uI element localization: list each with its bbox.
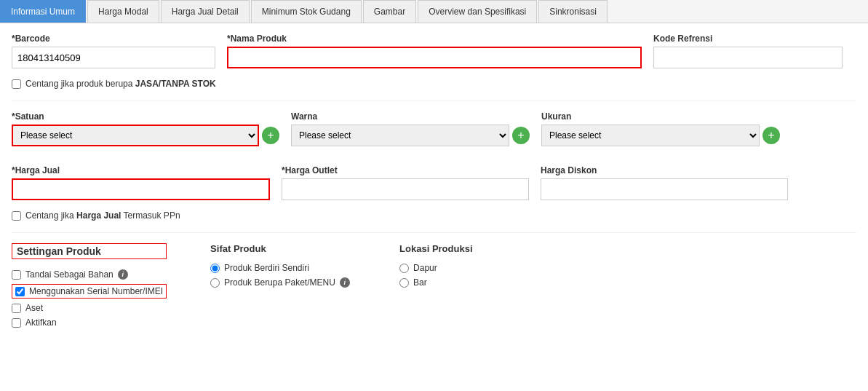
- aset-checkbox[interactable]: [12, 304, 21, 313]
- divider-1: [12, 100, 856, 101]
- dapur-label: Dapur: [413, 263, 437, 273]
- harga-jual-label: *Harga Jual: [12, 165, 270, 175]
- radio-paket-menu: Produk Berupa Paket/MENU i: [210, 277, 356, 288]
- check-aset: Aset: [12, 303, 167, 313]
- tandai-bahan-checkbox[interactable]: [12, 270, 21, 280]
- tab-informasi-umum[interactable]: Informasi Umum: [0, 0, 86, 23]
- tab-bar: Informasi Umum Harga Modal Harga Jual De…: [0, 0, 868, 23]
- jasa-label: Centang jika produk berupa JASA/TANPA ST…: [25, 79, 216, 89]
- bar-label: Bar: [413, 277, 427, 288]
- satuan-select[interactable]: Please select: [12, 125, 259, 146]
- ppn-checkbox[interactable]: [12, 211, 21, 221]
- group-harga-jual: *Harga Jual: [12, 165, 270, 200]
- settingan-produk-col: Settingan Produk Tandai Sebagai Bahan i …: [12, 243, 167, 328]
- ukuran-select[interactable]: Please select: [541, 125, 760, 146]
- check-aktifkan: Aktifkan: [12, 317, 167, 328]
- group-warna: Warna Please select +: [291, 111, 530, 146]
- group-barcode: *Barcode: [12, 33, 215, 68]
- serial-number-label: Menggunakan Serial Number/IMEI: [29, 286, 163, 296]
- bar-radio[interactable]: [399, 278, 409, 288]
- ukuran-label: Ukuran: [541, 111, 780, 122]
- spacer-1: [12, 157, 856, 165]
- nama-produk-label: *Nama Produk: [227, 33, 642, 44]
- group-ukuran: Ukuran Please select +: [541, 111, 780, 146]
- harga-diskon-label: Harga Diskon: [541, 165, 788, 175]
- harga-outlet-input[interactable]: [282, 178, 529, 200]
- group-harga-diskon: Harga Diskon: [541, 165, 788, 200]
- main-content: *Barcode *Nama Produk Kode Refrensi Cent…: [0, 23, 868, 338]
- tab-gambar[interactable]: Gambar: [363, 0, 416, 23]
- aktifkan-label: Aktifkan: [25, 317, 57, 328]
- serial-number-checkbox[interactable]: [15, 287, 25, 296]
- harga-diskon-input[interactable]: [541, 178, 788, 200]
- radio-berdiri-sendiri: Produk Berdiri Sendiri: [210, 263, 356, 273]
- check-tandai-bahan: Tandai Sebagai Bahan i: [12, 269, 167, 280]
- group-kode-refrensi: Kode Refrensi: [653, 33, 843, 68]
- row-ppn-checkbox: Centang jika Harga Jual Termasuk PPn: [12, 210, 856, 221]
- row-harga: *Harga Jual *Harga Outlet Harga Diskon: [12, 165, 856, 200]
- tandai-bahan-label: Tandai Sebagai Bahan: [25, 269, 114, 280]
- tab-sinkronisasi[interactable]: Sinkronisasi: [538, 0, 608, 23]
- row-satuan-warna-ukuran: *Satuan Please select + Warna Please sel…: [12, 111, 856, 146]
- sifat-produk-title: Sifat Produk: [210, 243, 356, 254]
- tab-minimum-stok-gudang[interactable]: Minimum Stok Gudang: [251, 0, 362, 23]
- barcode-label: *Barcode: [12, 33, 215, 44]
- nama-produk-input[interactable]: [227, 47, 642, 68]
- ukuran-select-group: Please select +: [541, 125, 780, 146]
- berdiri-sendiri-radio[interactable]: [210, 264, 220, 273]
- satuan-label: *Satuan: [12, 111, 279, 122]
- tab-harga-modal[interactable]: Harga Modal: [87, 0, 159, 23]
- paket-menu-label: Produk Berupa Paket/MENU: [224, 277, 335, 288]
- berdiri-sendiri-label: Produk Berdiri Sendiri: [224, 263, 309, 273]
- dapur-radio[interactable]: [399, 264, 409, 273]
- harga-outlet-label: *Harga Outlet: [282, 165, 529, 175]
- divider-2: [12, 232, 856, 233]
- satuan-select-group: Please select +: [12, 125, 279, 146]
- row-jasa-checkbox: Centang jika produk berupa JASA/TANPA ST…: [12, 79, 856, 89]
- barcode-input[interactable]: [12, 47, 215, 68]
- aset-label: Aset: [25, 303, 43, 313]
- settingan-produk-title: Settingan Produk: [12, 243, 167, 259]
- ukuran-add-button[interactable]: +: [763, 127, 780, 144]
- group-harga-outlet: *Harga Outlet: [282, 165, 529, 200]
- warna-select[interactable]: Please select: [291, 125, 509, 146]
- harga-jual-input[interactable]: [12, 178, 270, 200]
- lokasi-produksi-title: Lokasi Produksi: [399, 243, 545, 254]
- tab-harga-jual-detail[interactable]: Harga Jual Detail: [161, 0, 250, 23]
- check-serial-number: Menggunakan Serial Number/IMEI: [12, 284, 167, 299]
- radio-dapur: Dapur: [399, 263, 545, 273]
- kode-refrensi-label: Kode Refrensi: [653, 33, 843, 44]
- kode-refrensi-input[interactable]: [653, 47, 843, 68]
- jasa-checkbox[interactable]: [12, 79, 21, 89]
- lokasi-produksi-col: Lokasi Produksi Dapur Bar: [399, 243, 545, 328]
- group-nama-produk: *Nama Produk: [227, 33, 642, 68]
- warna-select-group: Please select +: [291, 125, 530, 146]
- group-satuan: *Satuan Please select +: [12, 111, 279, 146]
- sifat-produk-col: Sifat Produk Produk Berdiri Sendiri Prod…: [210, 243, 356, 328]
- row-basic-info: *Barcode *Nama Produk Kode Refrensi: [12, 33, 856, 68]
- radio-bar: Bar: [399, 277, 545, 288]
- aktifkan-checkbox[interactable]: [12, 318, 21, 328]
- paket-menu-radio[interactable]: [210, 278, 220, 288]
- tab-overview-spesifikasi[interactable]: Overview dan Spesifikasi: [418, 0, 537, 23]
- ppn-label: Centang jika Harga Jual Termasuk PPn: [25, 210, 180, 221]
- paket-menu-info-icon[interactable]: i: [340, 277, 350, 288]
- satuan-add-button[interactable]: +: [262, 127, 279, 144]
- warna-label: Warna: [291, 111, 530, 122]
- warna-add-button[interactable]: +: [512, 127, 530, 144]
- tandai-bahan-info-icon[interactable]: i: [118, 269, 128, 280]
- bottom-section: Settingan Produk Tandai Sebagai Bahan i …: [12, 243, 856, 328]
